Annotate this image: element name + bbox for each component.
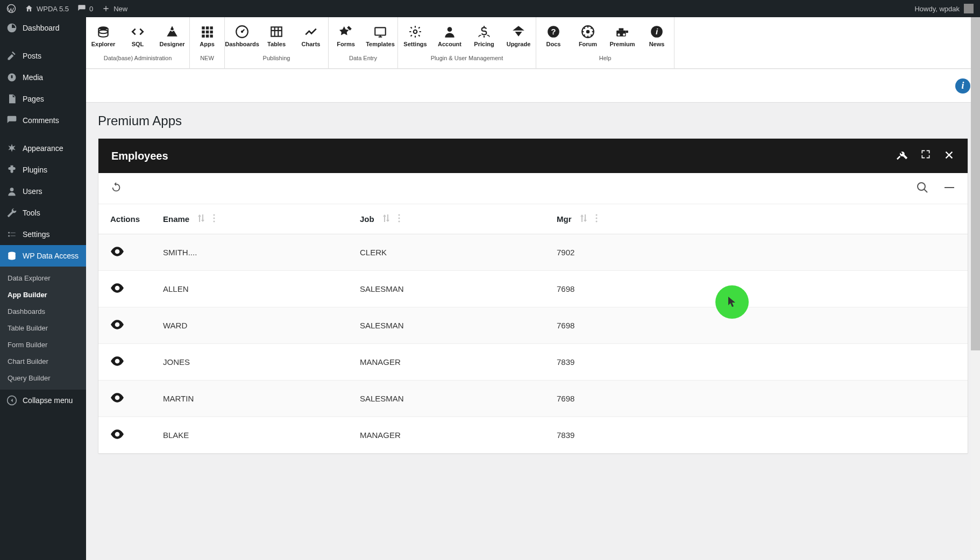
table-row[interactable]: MARTINSALESMAN7698 [98, 380, 968, 417]
refresh-icon[interactable] [110, 182, 122, 196]
toolbar-designer[interactable]: Designer [155, 17, 189, 55]
sidebar-item-media[interactable]: Media [0, 67, 86, 88]
cell-ename: ALLEN [163, 284, 360, 293]
app-toolbar: ExplorerSQLDesignerData(base) Administra… [86, 17, 980, 69]
svg-point-2 [10, 188, 14, 191]
svg-rect-11 [206, 31, 209, 33]
cell-job: SALESMAN [360, 321, 557, 330]
tools-icon[interactable] [897, 149, 908, 163]
sub-data-explorer[interactable]: Data Explorer [0, 270, 86, 286]
wp-logo[interactable] [6, 4, 16, 13]
toolbar-charts[interactable]: Charts [294, 17, 328, 55]
toolbar-item-label: Forum [579, 41, 597, 47]
column-menu-icon[interactable] [213, 214, 215, 224]
sort-icon[interactable] [383, 214, 389, 224]
sub-table-builder[interactable]: Table Builder [0, 320, 86, 336]
howdy-text[interactable]: Howdy, wpdak [914, 5, 960, 13]
toolbar-account[interactable]: Account [432, 17, 467, 55]
column-menu-icon[interactable] [398, 214, 400, 224]
cell-mgr: 7698 [557, 394, 956, 403]
page-title: Premium Apps [86, 103, 980, 138]
admin-bar: WPDA 5.5 0 New Howdy, wpdak [0, 0, 980, 17]
view-icon[interactable] [110, 432, 124, 441]
employees-panel: Employees Actions Ename Job [98, 138, 968, 454]
table-row[interactable]: BLAKEMANAGER7839 [98, 417, 968, 454]
toolbar-upgrade[interactable]: Upgrade [501, 17, 536, 55]
svg-point-27 [617, 33, 620, 35]
col-header-job[interactable]: Job [360, 214, 374, 224]
sort-icon[interactable] [580, 214, 587, 224]
view-icon[interactable] [110, 322, 124, 331]
sidebar-item-wpda[interactable]: WP Data Access [0, 245, 86, 267]
toolbar-pricing[interactable]: Pricing [467, 17, 501, 55]
sub-form-builder[interactable]: Form Builder [0, 336, 86, 353]
toolbar-forum[interactable]: Forum [571, 17, 605, 55]
table-row[interactable]: JONESMANAGER7839 [98, 344, 968, 380]
svg-rect-8 [206, 26, 209, 29]
sub-query-builder[interactable]: Query Builder [0, 370, 86, 386]
toolbar-sql[interactable]: SQL [120, 17, 155, 55]
site-home[interactable]: WPDA 5.5 [25, 4, 69, 13]
sidebar-item-comments[interactable]: Comments [0, 110, 86, 131]
svg-point-32 [214, 214, 215, 216]
toolbar-forms[interactable]: Forms [329, 17, 363, 55]
scrollbar-thumb[interactable] [971, 17, 980, 350]
col-header-ename[interactable]: Ename [163, 214, 189, 224]
sidebar-submenu: Data Explorer App Builder Dashboards Tab… [0, 267, 86, 390]
view-icon[interactable] [110, 249, 124, 258]
sidebar-item-label: Dashboard [23, 24, 60, 32]
toolbar-dashboards[interactable]: Dashboards [225, 17, 259, 55]
cell-mgr: 7839 [557, 357, 956, 367]
view-icon[interactable] [110, 285, 124, 295]
toolbar-item-label: Premium [609, 41, 635, 47]
sidebar-item-posts[interactable]: Posts [0, 45, 86, 67]
toolbar-group: DashboardsTablesChartsPublishing [225, 17, 329, 68]
view-icon[interactable] [110, 395, 124, 404]
toolbar-settings[interactable]: Settings [398, 17, 432, 55]
sidebar-item-users[interactable]: Users [0, 181, 86, 202]
sidebar-item-plugins[interactable]: Plugins [0, 159, 86, 181]
toolbar-news[interactable]: iNews [640, 17, 674, 55]
toolbar-apps[interactable]: Apps [190, 17, 224, 55]
collapse-menu[interactable]: Collapse menu [0, 390, 86, 411]
sidebar-item-label: Settings [23, 230, 50, 239]
sidebar-item-tools[interactable]: Tools [0, 202, 86, 224]
svg-point-28 [623, 33, 625, 35]
info-button[interactable]: i [955, 78, 970, 94]
table-row[interactable]: ALLENSALESMAN7698 [98, 271, 968, 307]
panel-toolbar [98, 173, 968, 204]
sidebar-item-pages[interactable]: Pages [0, 88, 86, 110]
avatar[interactable] [964, 4, 974, 13]
sub-dashboards[interactable]: Dashboards [0, 303, 86, 320]
scrollbar-track[interactable] [971, 17, 980, 560]
cell-ename: MARTIN [163, 394, 360, 403]
table-row[interactable]: WARDSALESMAN7698 [98, 307, 968, 344]
sidebar-item-settings[interactable]: Settings [0, 224, 86, 245]
sidebar-item-appearance[interactable]: Appearance [0, 138, 86, 159]
col-header-mgr[interactable]: Mgr [557, 214, 572, 224]
sub-chart-builder[interactable]: Chart Builder [0, 353, 86, 370]
toolbar-docs[interactable]: ?Docs [536, 17, 571, 55]
svg-rect-9 [210, 26, 212, 29]
toolbar-templates[interactable]: Templates [363, 17, 397, 55]
toolbar-premium[interactable]: Premium [605, 17, 640, 55]
toolbar-group-caption: Plugin & User Management [398, 55, 536, 68]
view-icon[interactable] [110, 358, 124, 368]
column-menu-icon[interactable] [595, 214, 598, 224]
toolbar-group-caption: Data Entry [329, 55, 397, 68]
sidebar-item-dashboard[interactable]: Dashboard [0, 17, 86, 39]
new-content[interactable]: New [102, 4, 127, 13]
table-row[interactable]: SMITH....CLERK7902 [98, 234, 968, 271]
svg-point-37 [398, 221, 400, 222]
toolbar-tables[interactable]: Tables [259, 17, 294, 55]
fullscreen-icon[interactable] [920, 149, 931, 163]
comments-link[interactable]: 0 [77, 4, 93, 13]
sub-app-builder[interactable]: App Builder [0, 286, 86, 303]
svg-point-20 [414, 30, 417, 34]
toolbar-item-label: Apps [200, 41, 215, 47]
sort-icon[interactable] [198, 214, 204, 224]
menu-icon[interactable] [943, 181, 956, 196]
close-icon[interactable] [943, 149, 955, 163]
toolbar-explorer[interactable]: Explorer [86, 17, 120, 55]
search-icon[interactable] [916, 181, 929, 196]
